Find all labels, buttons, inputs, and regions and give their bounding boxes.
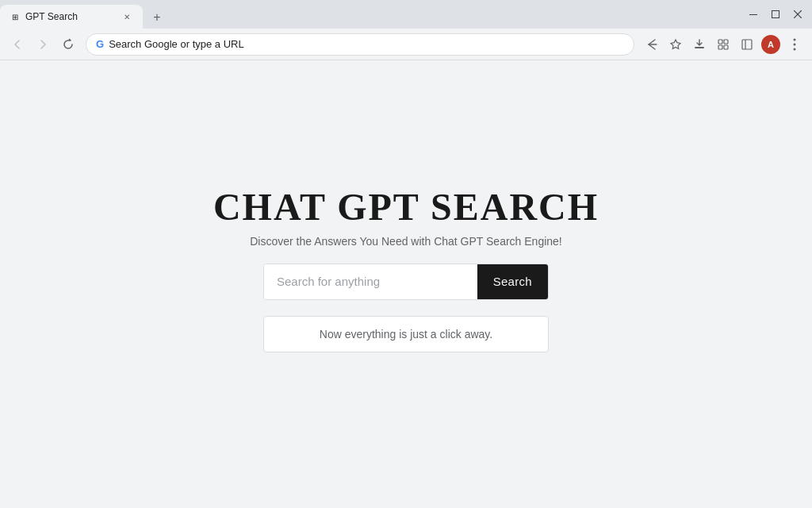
forward-button[interactable]: [32, 33, 54, 56]
svg-point-12: [794, 43, 796, 45]
tab-strip: ⊞ GPT Search ✕ +: [0, 0, 742, 29]
svg-rect-7: [718, 45, 722, 49]
search-button[interactable]: Search: [477, 264, 548, 299]
browser-chrome: ⊞ GPT Search ✕ +: [0, 0, 812, 60]
more-menu-icon[interactable]: [783, 33, 806, 56]
sidebar-toggle-icon[interactable]: [736, 33, 758, 56]
tab-title: GPT Search: [25, 11, 116, 22]
svg-rect-8: [724, 45, 728, 49]
info-text: Now everything is just a click away.: [320, 328, 492, 341]
toolbar-actions: A: [641, 33, 806, 56]
new-tab-button[interactable]: +: [146, 6, 168, 29]
tab-favicon-icon: ⊞: [10, 11, 21, 22]
extensions-icon[interactable]: [712, 33, 734, 56]
svg-rect-0: [749, 14, 757, 15]
search-container: CHAT GPT SEARCH Discover the Answers You…: [213, 185, 599, 352]
address-bar[interactable]: G Search Google or type a URL: [86, 33, 634, 56]
main-content: CHAT GPT SEARCH Discover the Answers You…: [0, 60, 812, 508]
profile-icon: A: [761, 35, 780, 54]
refresh-button[interactable]: [57, 33, 79, 56]
svg-rect-6: [724, 40, 728, 44]
search-input[interactable]: [264, 264, 477, 299]
url-text: Search Google or type a URL: [109, 38, 624, 50]
page-subtitle: Discover the Answers You Need with Chat …: [250, 235, 562, 248]
profile-avatar[interactable]: A: [760, 33, 782, 56]
back-button[interactable]: [6, 33, 29, 56]
info-bar: Now everything is just a click away.: [263, 316, 549, 352]
svg-point-11: [794, 38, 796, 40]
svg-rect-9: [742, 40, 752, 49]
bookmark-star-icon[interactable]: [665, 33, 687, 56]
titlebar: ⊞ GPT Search ✕ +: [0, 0, 812, 29]
svg-rect-5: [718, 40, 722, 44]
page-title: CHAT GPT SEARCH: [213, 185, 599, 229]
tab-close-button[interactable]: ✕: [121, 10, 133, 23]
maximize-button[interactable]: [764, 3, 787, 25]
share-icon[interactable]: [641, 33, 663, 56]
close-button[interactable]: [787, 3, 809, 25]
active-tab[interactable]: ⊞ GPT Search ✕: [0, 5, 143, 29]
downloads-icon[interactable]: [688, 33, 710, 56]
search-box: Search: [263, 264, 549, 300]
svg-rect-4: [695, 47, 704, 48]
minimize-button[interactable]: [742, 3, 764, 25]
svg-point-13: [794, 48, 796, 50]
svg-rect-1: [772, 11, 779, 18]
google-favicon-icon: G: [96, 38, 104, 50]
navigation-toolbar: G Search Google or type a URL A: [0, 29, 812, 60]
